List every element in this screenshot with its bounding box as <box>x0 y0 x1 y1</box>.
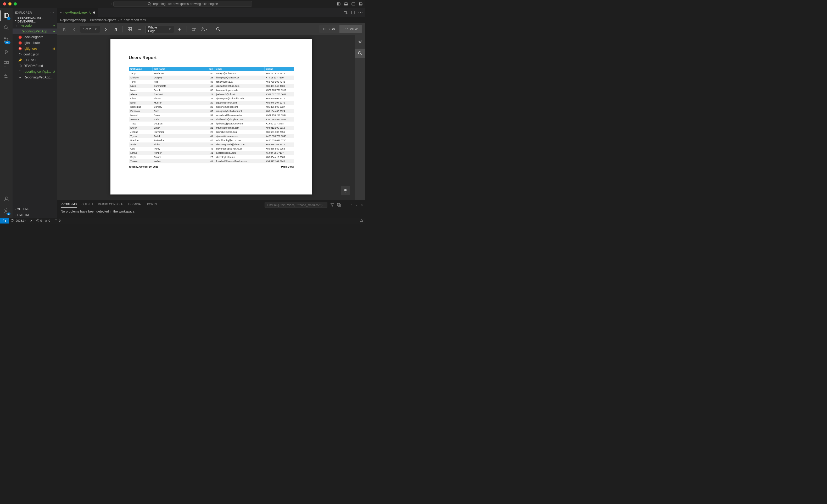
table-cell: +7 813 117 7139 <box>264 75 294 80</box>
panel-tab[interactable]: PROBLEMS <box>61 203 77 208</box>
table-cell: 38 <box>205 88 214 92</box>
table-cell: +86 946 297 2275 <box>264 101 294 105</box>
explorer-item[interactable]: ⛔.dockerignore <box>12 34 57 40</box>
activity-settings[interactable]: 1 <box>0 206 12 216</box>
collapse-all-icon[interactable] <box>337 203 341 207</box>
search-panel-button[interactable] <box>355 49 365 58</box>
status-ports[interactable]: 0 <box>52 219 62 222</box>
table-header: email <box>214 67 264 71</box>
command-center[interactable]: reporting-use-devexpress-drawing-skia-en… <box>113 1 252 7</box>
activity-docker[interactable] <box>0 70 12 81</box>
design-toggle[interactable]: DESIGN <box>319 25 339 33</box>
table-cell: +86 461 145 4186 <box>264 84 294 88</box>
split-editor-icon[interactable] <box>351 10 355 15</box>
first-page-button[interactable] <box>60 25 69 34</box>
workspace-root-label: REPORTING-USE-DEVEXPRE... <box>17 17 55 23</box>
compare-icon[interactable] <box>344 10 348 15</box>
explorer-item[interactable]: { }config.json <box>12 52 57 57</box>
table-cell: 41 <box>205 151 214 155</box>
problems-filter-input[interactable] <box>264 202 327 208</box>
zoom-in-button[interactable] <box>175 25 184 34</box>
table-cell: +86 581 108 7855 <box>264 130 294 134</box>
activity-explorer[interactable]: 1 <box>0 10 12 21</box>
zoom-selector[interactable]: Whole Page▼ <box>145 25 174 33</box>
filter-icon[interactable] <box>330 203 334 207</box>
explorer-item-label: .dockerignore <box>23 35 55 39</box>
panel-tab[interactable]: TERMINAL <box>128 203 142 207</box>
window-close-icon[interactable] <box>3 2 6 5</box>
svg-rect-31 <box>130 27 132 29</box>
status-errors[interactable]: ⓧ0 ⚠0 <box>34 219 52 223</box>
panel-close-icon[interactable]: ✕ <box>360 204 363 207</box>
explorer-item[interactable]: ›.vscode● <box>12 23 57 29</box>
editor-tab[interactable]: ≡ newReport.repx U <box>57 8 98 17</box>
tab-more-icon[interactable]: ··· <box>358 10 363 15</box>
activity-account[interactable] <box>0 194 12 204</box>
panel-tab[interactable]: OUTPUT <box>82 203 93 207</box>
breadcrumb[interactable]: PredefinedReports <box>90 18 116 22</box>
search-report-button[interactable] <box>214 25 223 34</box>
breadcrumb[interactable]: newReport.repx <box>124 18 146 22</box>
explorer-item[interactable]: { }reporting.config.jsonU <box>12 69 57 74</box>
panel-tab[interactable]: PORTS <box>147 203 157 207</box>
svg-rect-10 <box>359 4 362 5</box>
table-cell: Sheldon <box>129 75 152 80</box>
explorer-item[interactable]: ⛔.gitignoreM <box>12 46 57 52</box>
layout-customize-icon[interactable] <box>358 2 363 6</box>
layout-secondary-icon[interactable] <box>351 2 355 6</box>
prev-page-button[interactable] <box>70 25 79 34</box>
preview-toggle[interactable]: PREVIEW <box>339 25 362 33</box>
status-sync[interactable]: ⟳ <box>28 219 34 222</box>
layout-panel-icon[interactable] <box>344 2 348 6</box>
table-cell: Enoch <box>129 126 152 130</box>
table-cell: Ewell <box>129 101 152 105</box>
export-options-button[interactable] <box>355 37 365 47</box>
export-button[interactable]: ▾ <box>199 25 208 34</box>
table-cell: 42 <box>205 117 214 121</box>
table-cell: +1 609 937 3468 <box>264 121 294 126</box>
table-row: EnochLynch21mturleyd@tumblr.com+94 912 1… <box>129 126 294 130</box>
panel-tab[interactable]: DEBUG CONSOLE <box>98 203 123 207</box>
activity-extensions[interactable] <box>0 59 12 69</box>
svg-rect-3 <box>337 3 338 5</box>
highlight-fields-button[interactable] <box>190 25 198 34</box>
table-row: EwellMueller29ggude7@chron.com+86 946 29… <box>129 101 294 105</box>
explorer-item[interactable]: 🔑LICENSE <box>12 57 57 63</box>
table-cell: Tressa <box>129 159 152 163</box>
status-bell[interactable] <box>358 219 366 222</box>
explorer-item[interactable]: ⛔.gitattributes <box>12 40 57 46</box>
view-as-list-icon[interactable] <box>344 203 348 207</box>
remote-indicator[interactable] <box>0 218 9 224</box>
layout-primary-icon[interactable] <box>337 2 341 6</box>
explorer-item[interactable]: ⓘREADME.md <box>12 63 57 69</box>
timeline-header[interactable]: ›TIMELINE <box>12 212 57 218</box>
window-minimize-icon[interactable] <box>8 2 11 5</box>
table-cell: 38 <box>205 80 214 84</box>
explorer-item[interactable]: ≡ReportingWebApp.sln <box>12 74 57 80</box>
outline-header[interactable]: ›OUTLINE <box>12 206 57 212</box>
panel-toggle-icon[interactable]: ⌄ <box>355 204 358 207</box>
window-maximize-icon[interactable] <box>14 2 17 5</box>
status-branch[interactable]: 2023.1* <box>9 219 28 222</box>
workspace-root[interactable]: ⌄ REPORTING-USE-DEVEXPRE... <box>12 17 57 23</box>
multipage-button[interactable] <box>125 25 134 34</box>
sidebar-more-icon[interactable]: ··· <box>50 11 54 14</box>
activity-scm[interactable]: 213 <box>0 35 12 45</box>
notifications-button[interactable] <box>341 186 350 195</box>
activity-debug[interactable] <box>0 47 12 57</box>
table-cell: Fadel <box>152 134 205 138</box>
page-selector[interactable]: 1 of 2▼ <box>80 25 100 33</box>
table-cell: Abbott <box>152 97 205 101</box>
breadcrumb[interactable]: ReportingWebApp <box>60 18 86 22</box>
panel-maximize-icon[interactable]: ⌃ <box>350 204 353 207</box>
next-page-button[interactable] <box>101 25 110 34</box>
git-status: M <box>53 47 55 50</box>
zoom-out-button[interactable] <box>135 25 144 34</box>
table-cell: +34 517 104 6248 <box>264 159 294 163</box>
table-cell: dpettegre6@columbia.edu <box>214 97 264 101</box>
last-page-button[interactable] <box>111 25 120 34</box>
table-cell: Trycia <box>129 134 152 138</box>
table-cell: froachel@howstuffworks.com <box>214 159 264 163</box>
activity-search[interactable] <box>0 22 12 33</box>
explorer-item[interactable]: ›ReportingWebApp● <box>12 29 57 34</box>
